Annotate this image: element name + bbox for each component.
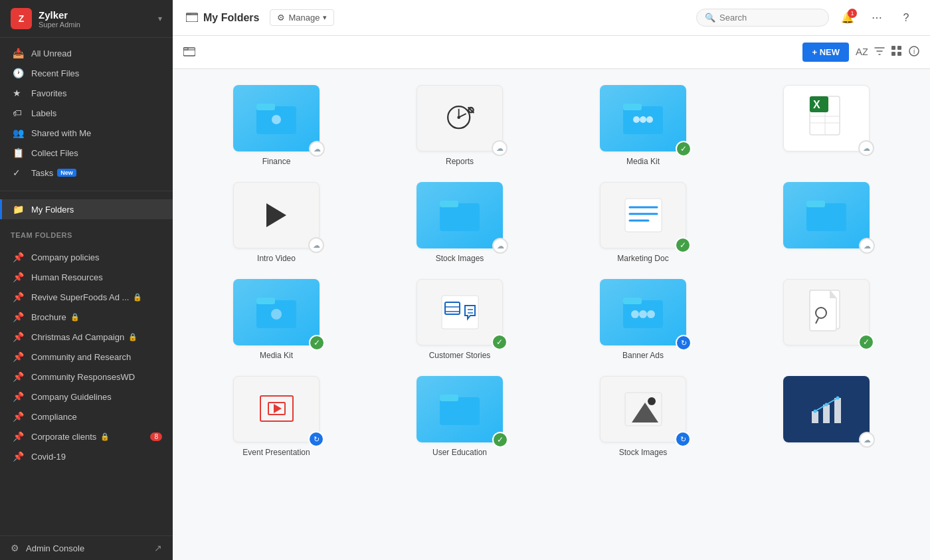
svg-rect-1 [186,13,191,15]
svg-text:i: i [913,48,915,55]
list-item[interactable]: X ☁ [744,85,909,166]
admin-console-link[interactable]: ⚙ Admin Console ↗ [0,535,173,560]
check-badge: ✓ [858,334,874,350]
svg-rect-2 [183,48,195,56]
apps-grid-button[interactable]: ⋯ [866,7,887,29]
sort-icon[interactable]: AZ [856,45,868,60]
svg-rect-5 [891,46,895,50]
notifications-bell-button[interactable]: 🔔 1 [837,7,858,29]
lock-icon: 🔒 [70,313,80,322]
svg-rect-34 [806,203,846,231]
sidebar-item-recent-files[interactable]: 🕐 Recent Files [0,63,173,83]
search-icon: 🔍 [705,13,715,23]
svg-point-20 [640,116,646,123]
item-name: Event Presentation [242,448,310,457]
list-item[interactable]: ↻ Event Presentation [194,376,359,457]
sidebar-item-tasks[interactable]: ✓ Tasks New [0,163,173,183]
sidebar-item-human-resources[interactable]: 📌 Human Resources [0,267,173,287]
new-button[interactable]: + NEW [802,43,849,62]
list-item[interactable]: ✓ Customer Stories [377,279,542,360]
help-button[interactable]: ? [895,7,917,29]
svg-rect-46 [623,298,642,304]
app-name: Zylker [39,9,80,21]
sidebar-item-favorites[interactable]: ★ Favorites [0,83,173,103]
team-folders-label: Team Folders [0,225,173,242]
pin-icon: 📌 [13,371,25,382]
svg-point-47 [631,310,639,318]
item-name: Media Kit [626,157,660,166]
sidebar-item-covid19[interactable]: 📌 Covid-19 [0,446,173,466]
pin-icon: 📌 [13,391,25,402]
file-thumb: ✓ [600,182,686,248]
gear-icon: ⚙ [11,543,19,553]
view-toggle-icon[interactable] [891,46,902,59]
svg-point-19 [633,116,640,123]
settings-icon: ⚙ [277,13,285,23]
svg-point-49 [647,310,655,318]
list-item[interactable]: ✓ Marketing Doc [561,182,725,263]
list-item[interactable]: ☁ Intro Video [194,182,359,263]
sidebar-item-compliance[interactable]: 📌 Compliance [0,407,173,426]
list-item[interactable]: ☁ [744,182,909,263]
list-item[interactable]: ↻ Banner Ads [561,279,725,360]
folder-thumb: ☁ [417,182,503,248]
users-icon: 👥 [13,128,25,138]
folder-thumb: ☁ [783,376,870,442]
external-link-icon: ↗ [154,543,162,553]
info-icon[interactable]: i [909,46,919,59]
sidebar-item-christmas-ad[interactable]: 📌 Christmas Ad Campaign 🔒 [0,327,173,347]
manage-button[interactable]: ⚙ Manage ▾ [270,9,334,26]
svg-point-66 [836,396,839,399]
sidebar-header[interactable]: Z Zylker Super Admin ▾ [0,0,173,38]
svg-rect-7 [891,52,895,56]
sidebar-item-company-guidelines[interactable]: 📌 Company Guidelines [0,387,173,407]
svg-marker-55 [274,404,282,413]
check-badge: ✓ [492,334,508,350]
list-item[interactable]: ✓ Media Kit [561,85,725,166]
sync-badge: ↻ [308,431,324,447]
item-name: Intro Video [257,254,296,263]
svg-rect-63 [834,398,841,423]
list-item[interactable]: ☁ Stock Images [377,182,542,263]
item-name: User Education [432,448,487,457]
sidebar-item-collect-files[interactable]: 📋 Collect Files [0,143,173,163]
item-name: Media Kit [260,351,293,360]
file-thumb: ✓ [783,279,870,345]
item-name: Stock Images [436,254,484,263]
list-item[interactable]: ✓ User Education [377,376,542,457]
svg-text:X: X [813,99,820,110]
breadcrumb-folder-icon[interactable] [183,46,195,59]
list-item[interactable]: ✓ [744,279,909,360]
svg-point-65 [824,403,828,406]
sidebar-item-revive-superfoods[interactable]: 📌 Revive SuperFoods Ad ... 🔒 [0,287,173,307]
corporate-badge: 8 [150,432,162,441]
sidebar-item-community-research[interactable]: 📌 Community and Research [0,347,173,367]
item-name: Marketing Doc [617,254,668,263]
pin-icon: 📌 [13,272,25,282]
list-item[interactable]: ☁ Finance [194,85,359,166]
pin-icon: 📌 [13,252,25,262]
sidebar-item-shared-with-me[interactable]: 👥 Shared with Me [0,123,173,143]
svg-rect-18 [623,104,642,110]
svg-point-21 [646,116,653,123]
list-item[interactable]: ☁ [744,376,909,457]
svg-rect-62 [823,405,830,423]
sidebar-item-community-responses[interactable]: 📌 Community ResponsesWD [0,367,173,387]
list-item[interactable]: ↻ Stock Images [561,376,725,457]
sidebar-item-corporate-clients[interactable]: 📌 Corporate clients 🔒 8 [0,426,173,446]
list-item[interactable]: ☁ Reports [377,85,542,166]
sidebar-item-brochure[interactable]: 📌 Brochure 🔒 [0,307,173,327]
folder-thumb: ↻ [600,279,686,345]
svg-rect-57 [440,395,458,401]
search-input[interactable] [719,13,820,23]
folder-thumb: ☁ [233,85,320,151]
sidebar-item-all-unread[interactable]: 📥 All Unread [0,43,173,63]
sidebar-item-labels[interactable]: 🏷 Labels [0,103,173,123]
search-input-container[interactable]: 🔍 [696,9,829,27]
sidebar-item-company-policies[interactable]: 📌 Company policies [0,247,173,267]
check-badge: ✓ [675,237,691,253]
filter-icon[interactable] [874,46,885,59]
check-icon: ✓ [13,167,25,178]
list-item[interactable]: ✓ Media Kit [194,279,359,360]
sidebar-item-my-folders[interactable]: 📁 My Folders [0,199,173,219]
